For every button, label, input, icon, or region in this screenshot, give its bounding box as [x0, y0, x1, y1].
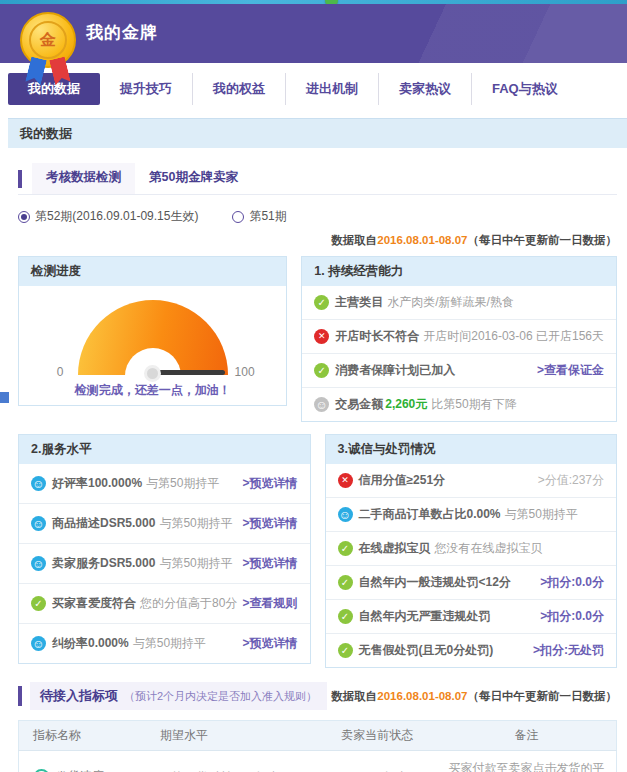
- deduction-link[interactable]: >扣分:0.0分: [540, 608, 604, 625]
- list-item: ✓ 自然年内一般违规处罚<12分 >扣分:0.0分: [326, 565, 617, 599]
- list-item: ✓ 在线虚拟宝贝 您没有在线虚拟宝贝: [326, 531, 617, 565]
- check-icon: ✓: [314, 295, 329, 310]
- panel-row-2: 2.服务水平 ☺ 好评率100.000% 与第50期持平 >预览详情 ☺ 商品描…: [18, 434, 617, 668]
- data-note-prefix: 数据取自: [331, 690, 377, 702]
- tab-improve-skills[interactable]: 提升技巧: [100, 73, 192, 105]
- item-label: 交易金额: [335, 396, 383, 413]
- item-label: 主营类目: [335, 294, 383, 311]
- list-item: ☺ 交易金额 2,260元 比第50期有下降: [302, 387, 616, 421]
- period-radios: 第52期(2016.09.01-09.15生效) 第51期: [18, 208, 617, 225]
- smiley-gray-icon: ☺: [314, 397, 329, 412]
- preview-detail-link[interactable]: >预览详情: [242, 555, 297, 572]
- list-item: ✓ 主营类目 水产肉类/新鲜蔬果/熟食: [302, 286, 616, 319]
- radio-period-52[interactable]: 第52期(2016.09.01-09.15生效): [18, 208, 198, 225]
- current-status: 242.7小时: [317, 751, 437, 772]
- main-content: 考核数据检测 第50期金牌卖家 第52期(2016.09.01-09.15生效)…: [18, 163, 617, 772]
- pending-indicators-table: 指标名称 期望水平 卖家当前状态 备注 24发货速度 平均发货时长≤24小时 2…: [18, 720, 617, 772]
- item-text: 与第50期持平: [159, 555, 232, 572]
- cross-icon: ✕: [338, 473, 353, 488]
- list-item: ☺ 二手商品订单数占比0.00% 与第50期持平: [326, 497, 617, 531]
- section-title: 我的数据: [8, 118, 627, 148]
- item-label: 开店时长不符合: [335, 328, 419, 345]
- table-row: 24发货速度 平均发货时长≤24小时 242.7小时 买家付款至卖家点击发货的平…: [19, 751, 617, 772]
- col-current-status: 卖家当前状态: [317, 721, 437, 751]
- smiley-icon: ☺: [31, 476, 46, 491]
- gauge-needle: [153, 370, 225, 375]
- table-header-row: 指标名称 期望水平 卖家当前状态 备注: [19, 721, 617, 751]
- radio-selected-icon[interactable]: [18, 211, 30, 223]
- left-edge-widget-handle[interactable]: [0, 392, 9, 403]
- medal-text: 金: [29, 21, 67, 59]
- expected-level: 平均发货时长≤24小时: [150, 751, 317, 772]
- gauge-max-label: 100: [235, 365, 255, 379]
- col-indicator-name: 指标名称: [19, 721, 151, 751]
- item-text: 与第50期持平: [505, 506, 578, 523]
- remark-text: 买家付款至卖家点击发货的平均时长: [449, 761, 605, 772]
- check-icon: ✓: [338, 609, 353, 624]
- item-label: 在线虚拟宝贝: [359, 540, 431, 557]
- panel-business-capability: 1. 持续经营能力 ✓ 主营类目 水产肉类/新鲜蔬果/熟食 ✕ 开店时长不符合 …: [301, 256, 617, 422]
- radio-period-51[interactable]: 第51期: [232, 208, 286, 225]
- tab-faq[interactable]: FAQ与热议: [471, 73, 578, 105]
- item-label: 信用分值≥251分: [359, 472, 446, 489]
- check-icon: ✓: [338, 575, 353, 590]
- check-icon: ✓: [338, 541, 353, 556]
- pending-note: （预计2个月内决定是否加入准入规则）: [124, 689, 317, 704]
- item-text: 比第50期有下降: [431, 396, 516, 413]
- data-note-suffix: （每日中午更新前一日数据）: [468, 234, 618, 246]
- list-item: ✓ 自然年内无严重违规处罚 >扣分:0.0分: [326, 599, 617, 633]
- cross-icon: ✕: [314, 329, 329, 344]
- list-item: ✓ 消费者保障计划已加入 >查看保证金: [302, 353, 616, 387]
- deduction-link[interactable]: >扣分:0.0分: [540, 574, 604, 591]
- credit-score-value: >分值:237分: [538, 472, 604, 489]
- list-item: ✕ 开店时长不符合 开店时间2016-03-06 已开店156天: [302, 319, 616, 353]
- item-label: 买家喜爱度符合: [52, 595, 136, 612]
- preview-detail-link[interactable]: >预览详情: [242, 475, 297, 492]
- panel2-title: 2.服务水平: [19, 435, 310, 464]
- view-rules-link[interactable]: >查看规则: [242, 595, 297, 612]
- list-item: ✓ 买家喜爱度符合 您的分值高于80分 >查看规则: [19, 583, 310, 623]
- panel3-title: 3.诚信与处罚情况: [326, 435, 617, 464]
- panel-check-progress: 检测进度 0 100 检测完成，还差一点，加油！: [18, 256, 287, 406]
- subtabs: 考核数据检测 第50期金牌卖家: [18, 163, 617, 195]
- panel1-title: 1. 持续经营能力: [302, 257, 616, 286]
- view-deposit-link[interactable]: >查看保证金: [537, 362, 604, 379]
- deduction-link[interactable]: >扣分:无处罚: [533, 642, 604, 659]
- preview-detail-link[interactable]: >预览详情: [242, 635, 297, 652]
- item-label: 二手商品订单数占比0.00%: [359, 506, 501, 523]
- page-header: 金 我的金牌: [0, 4, 627, 63]
- gold-medal-icon: 金: [20, 12, 78, 84]
- list-item: ☺ 纠纷率0.000% 与第50期持平 >预览详情: [19, 623, 310, 663]
- smiley-icon: ☺: [338, 507, 353, 522]
- check-icon: ✓: [338, 643, 353, 658]
- item-label: 自然年内无严重违规处罚: [359, 608, 491, 625]
- item-label: 无售假处罚(且无0分处罚): [359, 642, 494, 659]
- item-text: 与第50期持平: [159, 515, 232, 532]
- subtab-assessment-check[interactable]: 考核数据检测: [32, 163, 135, 194]
- check-icon: ✓: [31, 596, 46, 611]
- radio-unselected-icon[interactable]: [232, 211, 244, 223]
- pending-indicators-header: 待接入指标项 （预计2个月内决定是否加入准入规则） 数据取自2016.08.01…: [18, 682, 617, 710]
- tab-entry-exit[interactable]: 进出机制: [285, 73, 378, 105]
- panel-row-1: 检测进度 0 100 检测完成，还差一点，加油！ 1. 持续经营能力 ✓ 主营类…: [18, 256, 617, 422]
- gauge: 0 100 检测完成，还差一点，加油！: [19, 286, 286, 405]
- check-icon: ✓: [314, 363, 329, 378]
- item-label: 消费者保障计划已加入: [335, 362, 455, 379]
- item-text: 与第50期持平: [133, 635, 206, 652]
- preview-detail-link[interactable]: >预览详情: [242, 515, 297, 532]
- data-note-date: 2016.08.01-08.07: [377, 690, 467, 702]
- pending-title: 待接入指标项: [40, 687, 118, 705]
- col-remarks: 备注: [437, 721, 616, 751]
- tab-my-benefits[interactable]: 我的权益: [192, 73, 285, 105]
- item-label: 纠纷率0.000%: [52, 635, 129, 652]
- item-label: 卖家服务DSR5.000: [52, 555, 155, 572]
- page-title: 我的金牌: [86, 21, 158, 44]
- item-text: 与第50期持平: [146, 475, 219, 492]
- ship-speed-24h-icon: 24: [33, 769, 50, 772]
- tab-seller-discussion[interactable]: 卖家热议: [378, 73, 471, 105]
- subtab-accent-bar: [18, 170, 22, 188]
- subtab-period50-sellers[interactable]: 第50期金牌卖家: [135, 163, 252, 194]
- nav-tabs: 我的数据 提升技巧 我的权益 进出机制 卖家热议 FAQ与热议: [8, 73, 627, 105]
- radio-period-52-label: 第52期(2016.09.01-09.15生效): [35, 208, 198, 225]
- gauge-min-label: 0: [57, 365, 64, 379]
